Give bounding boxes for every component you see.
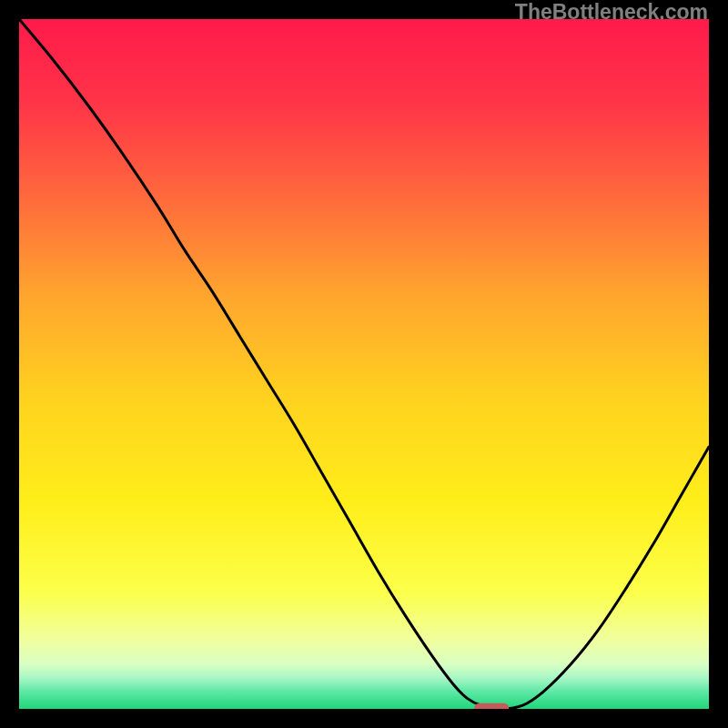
optimal-point-marker: [474, 703, 509, 709]
gradient-background: [19, 19, 709, 709]
watermark-text: TheBottleneck.com: [515, 0, 708, 25]
plot-area: [19, 19, 709, 709]
bottleneck-chart: [19, 19, 709, 709]
